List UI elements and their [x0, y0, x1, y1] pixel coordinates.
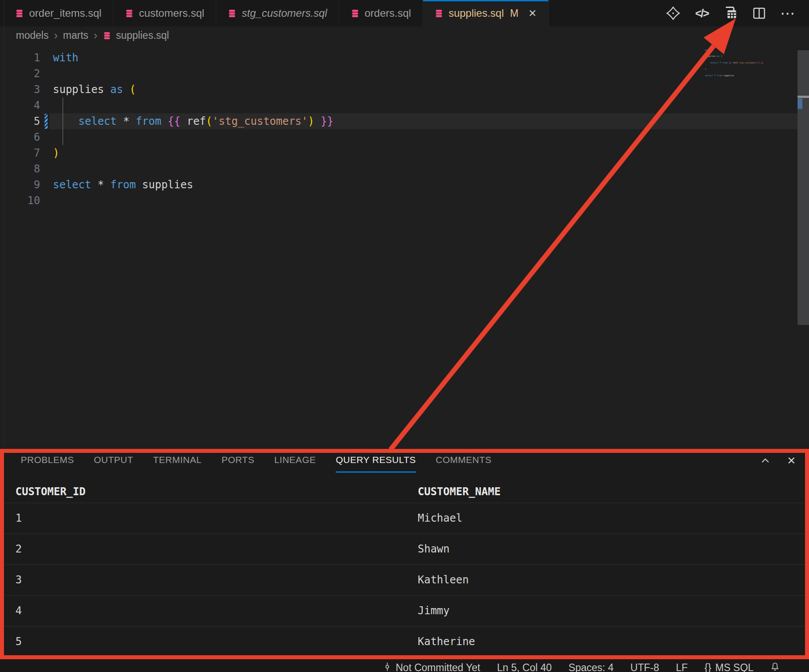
line-number[interactable]: 1 [0, 50, 40, 66]
maximize-panel-icon[interactable] [760, 455, 771, 467]
database-file-icon [434, 9, 443, 18]
breadcrumb: models › marts › supplies.sql [0, 26, 809, 44]
minimap-line: with [702, 49, 795, 52]
tab-label: order_items.sql [29, 7, 101, 19]
database-file-icon [103, 31, 112, 40]
line-number[interactable]: 10 [0, 193, 40, 209]
code-token: * [123, 115, 129, 127]
breadcrumb-item[interactable]: marts [63, 30, 89, 41]
code-line[interactable]: 6 [0, 129, 798, 145]
status-bar: Not Committed Yet Ln 5, Col 40 Spaces: 4… [0, 660, 809, 672]
tab-label: stg_customers.sql [242, 7, 327, 19]
minimap[interactable]: withsupplies as ( select * from {{ ref('… [702, 49, 795, 80]
code-line[interactable]: 9 select * from supplies [0, 177, 798, 193]
status-bar-item[interactable]: Spaces: 4 [569, 660, 614, 672]
braces-icon: {} [704, 662, 711, 672]
line-number[interactable]: 6 [0, 129, 40, 145]
code-editor[interactable]: 1 with 2 3 supplies as ( 4 5 select * fr… [0, 44, 809, 449]
close-panel-icon[interactable]: ✕ [787, 455, 796, 467]
status-bar-item[interactable]: LF [676, 660, 688, 672]
line-number[interactable]: 3 [0, 82, 40, 97]
code-token [104, 179, 110, 191]
table-row: 3 Kathleen [0, 564, 809, 595]
code-text: select * from {{ ref('stg_customers') }} [53, 113, 333, 129]
code-line[interactable]: 10 [0, 193, 798, 209]
editor-tab[interactable]: stg_customers.sql [216, 0, 339, 26]
compile-code-icon[interactable]: </> [694, 5, 710, 21]
query-results-table: CUSTOMER_IDCUSTOMER_NAME 1 Michael 2 Sha… [0, 483, 809, 657]
code-token: from [110, 179, 136, 191]
editor-actions: </> ⋯ [652, 0, 809, 26]
table-cell: 1 [15, 503, 418, 534]
status-bar-item[interactable]: {} MS SQL [704, 660, 753, 672]
code-token: ref [187, 115, 206, 127]
code-line[interactable]: 7 ) [0, 145, 798, 161]
line-number[interactable]: 7 [0, 145, 40, 161]
breadcrumb-item[interactable]: models [16, 30, 49, 41]
editor-tab[interactable]: customers.sql [113, 0, 216, 26]
database-file-icon [228, 9, 236, 18]
split-editor-icon[interactable] [751, 5, 767, 21]
status-bar-item[interactable]: Not Committed Yet [383, 660, 480, 672]
panel-tab[interactable]: PROBLEMS [21, 449, 74, 473]
database-file-icon [125, 9, 134, 18]
panel-tab[interactable]: TERMINAL [153, 449, 202, 473]
panel-tab[interactable]: COMMENTS [436, 449, 492, 473]
line-number[interactable]: 2 [0, 66, 40, 82]
table-cell: 5 [15, 627, 418, 657]
code-line[interactable]: 8 [0, 161, 798, 177]
scrollbar-slider[interactable] [798, 50, 809, 325]
code-token: select [53, 179, 91, 191]
indent-guide [63, 97, 63, 145]
code-token: }} [321, 115, 333, 127]
code-line[interactable]: 3 supplies as ( [0, 82, 798, 97]
line-number[interactable]: 4 [0, 97, 40, 113]
more-actions-icon[interactable]: ⋯ [780, 5, 796, 21]
minimap-line: supplies as ( [702, 55, 795, 58]
code-token: ( [129, 83, 135, 96]
chevron-right-icon: › [54, 29, 58, 42]
minimap-line [702, 58, 795, 61]
database-file-icon [351, 9, 360, 18]
preview-query-results-icon[interactable] [723, 5, 738, 21]
code-token [180, 115, 187, 127]
overview-ruler-modified-mark [798, 98, 802, 109]
editor-tab[interactable]: orders.sql [339, 0, 423, 26]
status-bar-item[interactable]: Ln 5, Col 40 [497, 660, 552, 672]
code-token: as [110, 83, 123, 96]
code-line[interactable]: 2 [0, 66, 798, 82]
table-cell: Jimmy [418, 596, 809, 626]
table-cell: Shawn [418, 534, 809, 564]
status-bar-item[interactable] [770, 660, 780, 672]
code-line[interactable]: 1 with [0, 50, 798, 66]
code-token: with [53, 52, 79, 64]
breadcrumb-item[interactable]: supplies.sql [103, 30, 169, 41]
line-number[interactable]: 8 [0, 161, 40, 177]
column-header: CUSTOMER_NAME [418, 483, 809, 503]
code-line[interactable]: 4 [0, 97, 798, 113]
table-row: 5 Katherine [0, 626, 809, 657]
table-cell: Michael [418, 503, 809, 534]
code-token [129, 115, 135, 127]
git-commit-icon [383, 661, 392, 672]
bottom-panel: PROBLEMSOUTPUTTERMINALPORTSLINEAGEQUERY … [0, 449, 809, 660]
panel-tab[interactable]: LINEAGE [274, 449, 316, 473]
editor-tab-bar: order_items.sql customers.sql stg_custom… [0, 0, 809, 26]
close-icon[interactable]: ✕ [528, 7, 536, 19]
line-number[interactable]: 9 [0, 177, 40, 193]
code-token [53, 115, 79, 127]
code-line[interactable]: 5 select * from {{ ref('stg_customers') … [0, 113, 798, 129]
line-number[interactable]: 5 [0, 113, 40, 129]
editor-tab[interactable]: order_items.sql [4, 0, 113, 26]
code-text: select * from supplies [53, 177, 193, 193]
panel-tab[interactable]: QUERY RESULTS [336, 449, 416, 473]
editor-tab[interactable]: supplies.sql M ✕ [423, 0, 549, 26]
status-bar-item[interactable]: UTF-8 [630, 660, 659, 672]
code-token: from [136, 115, 161, 127]
panel-tab[interactable]: OUTPUT [94, 449, 133, 473]
dbt-logo-icon[interactable] [665, 5, 681, 21]
column-header: CUSTOMER_ID [15, 483, 418, 503]
table-cell: 2 [15, 534, 418, 564]
panel-tab[interactable]: PORTS [221, 449, 254, 473]
tab-label: supplies.sql [449, 7, 504, 19]
